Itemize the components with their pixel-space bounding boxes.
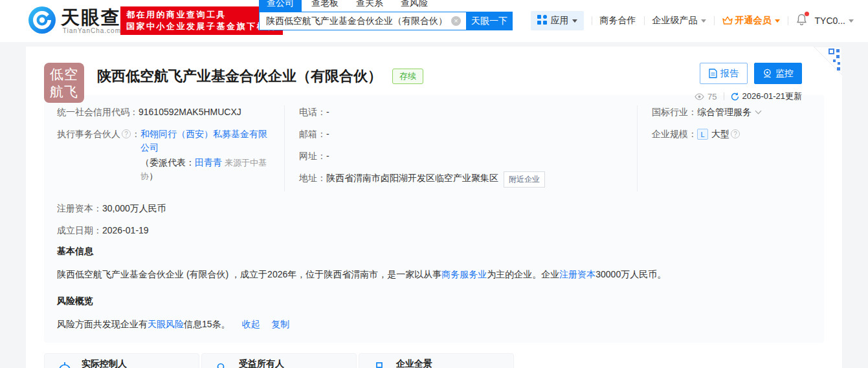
risk-summary: 风险方面共发现企业有天眼风险信息15条。 收起 复制 <box>57 318 811 331</box>
company-card: 低空 航飞 陕西低空航飞产业基金合伙企业（有限合伙） 存续 报告 <box>26 47 842 368</box>
nav-enterprise-products[interactable]: 企业级产品 <box>652 15 706 27</box>
monitor-button[interactable]: 监控 <box>754 63 802 84</box>
credit-code-value: 91610592MAK5HMUCXJ <box>139 105 241 119</box>
deputy-prefix: （委派代表： <box>140 157 195 168</box>
caret-down-icon <box>849 19 854 23</box>
tab-relation[interactable]: 查关系 <box>356 0 383 12</box>
tab-boss[interactable]: 查老板 <box>311 0 339 12</box>
managing-partner-link[interactable]: 和翎同行（西安）私募基金有限公司 <box>140 129 267 153</box>
nearby-companies-button[interactable]: 附近企业 <box>504 171 545 188</box>
tianyancha-logo-icon <box>27 5 57 38</box>
views-divider <box>724 92 724 100</box>
company-panorama-card[interactable]: 企业全景 瞬息掌握企业关系 <box>359 353 514 368</box>
target-icon <box>56 362 73 368</box>
nav-divider <box>714 16 715 25</box>
views-count: 75 <box>707 92 717 102</box>
search-tabs: 查公司 查老板 查关系 查风险 <box>259 0 513 12</box>
nav-vip[interactable]: 开通会员 <box>722 15 780 27</box>
search-input[interactable] <box>259 12 466 30</box>
copy-link[interactable]: 复制 <box>271 319 289 329</box>
views-updated-row: 75 2026-01-21更新 <box>695 91 802 102</box>
beneficial-owner-card[interactable]: 受益所有人 大数据挖掘受益所有人 <box>201 353 357 368</box>
header-nav: 应用 商务合作 企业级产品 开通会员 <box>531 10 854 31</box>
capital-value: 30,000万人民币 <box>102 202 166 215</box>
brand-domain: TianYanCha.com <box>63 27 121 35</box>
refresh-icon <box>731 92 739 101</box>
nav-divider <box>592 16 592 25</box>
tianyancha-logo[interactable]: 天眼查 TianYanCha.com <box>27 5 121 38</box>
website-value: - <box>326 149 329 163</box>
info-column-left: 统一社会信用代码： 91610592MAK5HMUCXJ 执行事务合伙人 ? ：… <box>57 105 285 191</box>
notification-dot <box>805 12 809 16</box>
industry-value: 综合管理服务 <box>697 105 751 119</box>
credit-code-label: 统一社会信用代码： <box>57 105 139 119</box>
address-value: 陕西省渭南市卤阳湖开发区临空产业聚集区 <box>326 171 498 188</box>
report-doc-icon <box>709 69 720 78</box>
person-coin-icon <box>214 362 230 368</box>
address-label: 地址： <box>299 171 326 188</box>
apps-menu[interactable]: 应用 <box>531 11 584 30</box>
tab-risk[interactable]: 查风险 <box>401 0 428 12</box>
company-header: 低空 航飞 陕西低空航飞产业基金合伙企业（有限合伙） 存续 报告 <box>26 47 842 86</box>
notifications-bell-icon[interactable] <box>796 14 807 28</box>
top-header: 天眼查 TianYanCha.com 都在用的商业查询工具 国家中小企业发展子基… <box>0 0 868 42</box>
clear-search-icon[interactable]: × <box>451 16 461 26</box>
nav-cooperation[interactable]: 商务合作 <box>600 15 636 27</box>
deputy-name-link[interactable]: 田青青 <box>195 157 222 168</box>
status-badge: 存续 <box>392 69 423 84</box>
tab-company[interactable]: 查公司 <box>259 0 302 12</box>
risk-overview-title: 风险概览 <box>57 296 811 307</box>
company-info-block: 统一社会信用代码： 91610592MAK5HMUCXJ 执行事务合伙人 ? ：… <box>44 95 824 343</box>
scale-value: 大型 <box>711 127 729 141</box>
eye-views-icon <box>695 93 704 100</box>
industry-link[interactable]: 商务服务业 <box>441 269 487 279</box>
scale-label: 企业规模： <box>652 127 697 141</box>
apps-grid-icon <box>537 15 551 27</box>
phone-label: 电话： <box>299 105 326 119</box>
updated-date: 2026-01-21更新 <box>742 91 803 102</box>
chevron-down-icon[interactable] <box>755 108 762 114</box>
org-chart-icon <box>371 362 388 368</box>
capital-link[interactable]: 注册资本 <box>559 269 595 279</box>
scale-tag: L <box>697 129 708 140</box>
search-button[interactable]: 天眼一下 <box>466 12 513 30</box>
established-value: 2026-01-19 <box>102 224 149 237</box>
search-area: 查公司 查老板 查关系 查风险 × 天眼一下 <box>259 0 513 30</box>
company-name: 陕西低空航飞产业基金合伙企业（有限合伙） <box>97 67 382 86</box>
company-logo: 低空 航飞 <box>44 63 84 103</box>
report-button[interactable]: 报告 <box>700 63 748 84</box>
caret-down-icon <box>572 19 577 23</box>
brand-name: 天眼查 <box>61 8 121 27</box>
help-icon[interactable]: ? <box>731 129 740 138</box>
capital-label: 注册资本： <box>57 202 102 215</box>
actual-controller-card[interactable]: 实际控制人 挖掘公司实际控制人 <box>44 353 199 368</box>
help-icon[interactable]: ? <box>122 129 131 138</box>
info-column-middle: 电话： - 邮箱： - 网址： - 地址： 陕西省渭南市卤阳湖开发区临空产业聚集… <box>285 105 638 191</box>
caret-down-icon <box>701 19 706 23</box>
monitor-camera-icon <box>762 69 775 78</box>
basic-info-title: 基本信息 <box>57 246 811 257</box>
collapse-link[interactable]: 收起 <box>241 319 260 329</box>
basic-info-paragraph: 陕西低空航飞产业基金合伙企业 (有限合伙) ，成立于2026年，位于陕西省渭南市… <box>57 268 811 281</box>
tianyan-risk-link[interactable]: 天眼风险 <box>148 319 184 329</box>
established-label: 成立日期： <box>57 224 102 237</box>
feature-cards: 实际控制人 挖掘公司实际控制人 受益所有人 大数据挖掘受益所有人 <box>44 353 824 368</box>
website-label: 网址： <box>299 149 326 163</box>
phone-value: - <box>326 105 329 119</box>
deputy-suffix: ） <box>149 171 158 181</box>
caret-down-icon <box>775 19 780 23</box>
info-column-right: 国标行业： 综合管理服务 企业规模： L 大型 ? <box>638 105 811 191</box>
email-value: - <box>326 127 329 141</box>
email-label: 邮箱： <box>299 127 326 141</box>
nav-divider <box>644 16 645 25</box>
brand-slogan: 都在用的商业查询工具 国家中小企业发展子基金旗下机构 <box>120 6 283 35</box>
managing-partner-label: 执行事务合伙人 <box>57 127 120 141</box>
nav-divider <box>788 16 788 25</box>
industry-label: 国标行业： <box>652 105 697 119</box>
crown-icon <box>722 16 733 25</box>
account-menu[interactable]: TYC0... <box>815 16 854 26</box>
